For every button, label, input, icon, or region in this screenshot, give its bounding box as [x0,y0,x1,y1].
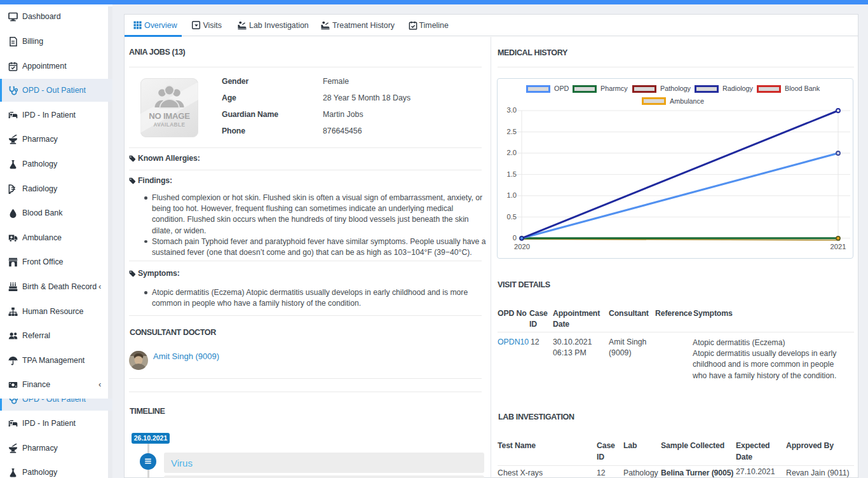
svg-text:NO IMAGE: NO IMAGE [149,111,190,121]
svg-text:AVAILABLE: AVAILABLE [154,121,186,128]
